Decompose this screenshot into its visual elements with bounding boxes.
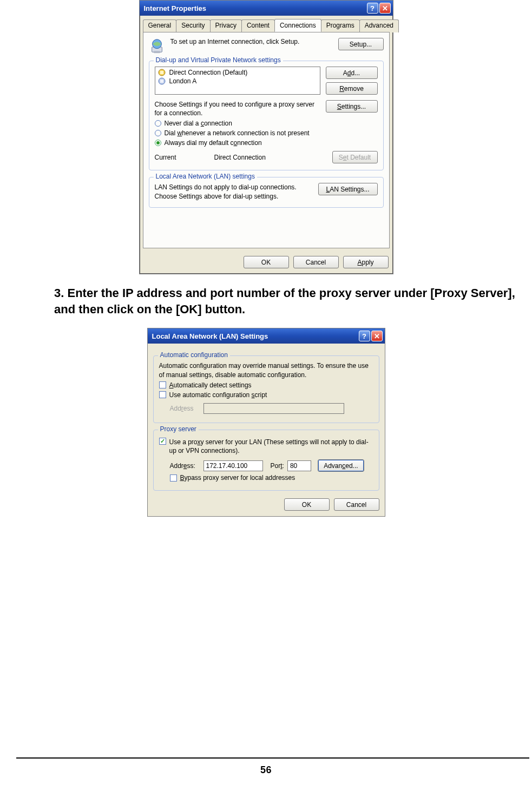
tab-content[interactable]: Content (241, 19, 275, 32)
current-label: Current (155, 154, 203, 161)
checkbox-auto-script[interactable]: Use automatic configuration script (159, 391, 373, 399)
checkbox-label: Bypass proxy server for local addresses (180, 474, 295, 482)
dialup-group: Dial-up and Virtual Private Network sett… (149, 61, 384, 170)
current-value: Direct Connection (214, 154, 321, 161)
dialup-group-title: Dial-up and Virtual Private Network sett… (154, 56, 283, 64)
radio-label: Always dial my default connection (165, 139, 262, 147)
dialog-title: Internet Properties (144, 4, 366, 12)
lan-group-title: Local Area Network (LAN) settings (154, 173, 257, 180)
footer-separator (16, 757, 529, 759)
setup-button[interactable]: Setup... (338, 38, 384, 50)
globe-icon (149, 38, 165, 54)
svg-rect-6 (160, 80, 163, 83)
proxy-server-title: Proxy server (158, 425, 199, 433)
svg-rect-2 (154, 51, 160, 53)
page-number: 56 (0, 764, 532, 776)
advanced-label: Advanced... (324, 462, 358, 470)
checkbox-auto-detect[interactable]: Automatically detect settings (159, 381, 373, 389)
cancel-button[interactable]: Cancel (334, 498, 379, 511)
remove-button[interactable]: Remove (326, 82, 378, 95)
lan-help-text: LAN Settings do not apply to dial-up con… (155, 183, 313, 200)
svg-rect-4 (160, 71, 163, 74)
proxy-address-input[interactable] (203, 460, 263, 471)
add-button-label: Add... (343, 69, 360, 77)
checkbox-bypass-local[interactable]: Bypass proxy server for local addresses (170, 474, 373, 482)
list-item[interactable]: London A (156, 77, 319, 85)
ok-button[interactable]: OK (244, 256, 289, 268)
list-item-label: London A (169, 77, 197, 85)
auto-config-address-input (203, 403, 344, 414)
help-button[interactable]: ? (359, 331, 370, 341)
tab-programs[interactable]: Programs (321, 19, 360, 32)
dialog-buttons: OK Cancel Apply (140, 252, 393, 274)
radio-label: Dial whenever a network connection is no… (165, 129, 310, 137)
lan-settings-label: LAN Settings... (326, 186, 369, 193)
proxy-port-input[interactable] (287, 460, 311, 471)
settings-help-text: Choose Settings if you need to configure… (155, 100, 320, 117)
checkbox-icon (159, 391, 166, 398)
apply-label: Apply (357, 259, 373, 266)
list-item-label: Direct Connection (Default) (169, 69, 248, 76)
connection-icon (157, 77, 166, 85)
checkbox-label: Use a proxy server for your LAN (These s… (169, 438, 373, 455)
set-default-label: Set Default (339, 154, 371, 161)
set-default-button[interactable]: Set Default (332, 151, 378, 163)
checkbox-icon (159, 381, 166, 388)
checkbox-label: Use automatic configuration script (169, 391, 267, 399)
auto-config-title: Automatic configuration (158, 351, 230, 359)
settings-button[interactable]: Settings... (326, 100, 378, 113)
titlebar: Local Area Network (LAN) Settings ? ✕ (148, 328, 385, 344)
radio-icon (155, 120, 161, 127)
connections-panel: To set up an Internet connection, click … (143, 32, 390, 248)
checkbox-use-proxy[interactable]: ✓ Use a proxy server for your LAN (These… (159, 438, 373, 455)
checkbox-icon (170, 474, 177, 482)
advanced-button[interactable]: Advanced... (318, 459, 364, 472)
radio-label: Never dial a connection (165, 120, 232, 127)
setup-button-label: Setup... (350, 41, 372, 48)
tab-privacy[interactable]: Privacy (210, 19, 242, 32)
close-button[interactable]: ✕ (371, 331, 383, 341)
ok-button[interactable]: OK (284, 498, 330, 511)
dialog-buttons: OK Cancel (153, 495, 379, 513)
auto-config-group: Automatic configuration Automatic config… (153, 355, 379, 423)
proxy-server-group: Proxy server ✓ Use a proxy server for yo… (153, 430, 379, 491)
proxy-address-label: Address: (170, 462, 200, 470)
checkbox-label: Automatically detect settings (169, 381, 252, 389)
remove-button-label: Remove (339, 85, 364, 93)
dialog-title: Local Area Network (LAN) Settings (152, 332, 358, 340)
radio-never-dial[interactable]: Never dial a connection (155, 120, 378, 127)
settings-button-label: Settings... (337, 103, 366, 110)
lan-settings-dialog: Local Area Network (LAN) Settings ? ✕ Au… (147, 328, 385, 517)
add-button[interactable]: Add... (326, 67, 378, 79)
tab-strip: General Security Privacy Content Connect… (140, 16, 393, 32)
lan-dialog-body: Automatic configuration Automatic config… (148, 344, 385, 516)
checkbox-icon: ✓ (159, 438, 166, 445)
lan-group: Local Area Network (LAN) settings LAN Se… (149, 177, 384, 207)
radio-dial-whenever[interactable]: Dial whenever a network connection is no… (155, 129, 378, 137)
lan-settings-button[interactable]: LAN Settings... (318, 183, 378, 195)
intro-text: To set up an Internet connection, click … (170, 38, 333, 47)
connections-listbox[interactable]: Direct Connection (Default) London A (155, 67, 320, 95)
cancel-button[interactable]: Cancel (293, 256, 339, 268)
address-label-disabled: Address (170, 405, 200, 412)
internet-properties-dialog: Internet Properties ? ✕ General Security… (139, 0, 393, 274)
close-button[interactable]: ✕ (379, 3, 391, 14)
radio-icon (155, 140, 161, 146)
radio-always-dial[interactable]: Always dial my default connection (155, 139, 378, 147)
tab-general[interactable]: General (143, 19, 177, 32)
tab-connections[interactable]: Connections (274, 19, 321, 32)
tab-advanced[interactable]: Advanced (359, 19, 399, 32)
instruction-step-3: 3. Enter the IP address and port number … (54, 285, 520, 317)
apply-button[interactable]: Apply (343, 256, 389, 268)
titlebar: Internet Properties ? ✕ (140, 1, 393, 16)
tab-security[interactable]: Security (176, 19, 210, 32)
proxy-port-label: Port: (271, 462, 284, 470)
radio-icon (155, 130, 161, 136)
connection-icon (157, 68, 166, 77)
auto-config-help: Automatic configuration may override man… (159, 361, 373, 379)
help-button[interactable]: ? (367, 3, 378, 14)
list-item[interactable]: Direct Connection (Default) (156, 68, 319, 77)
